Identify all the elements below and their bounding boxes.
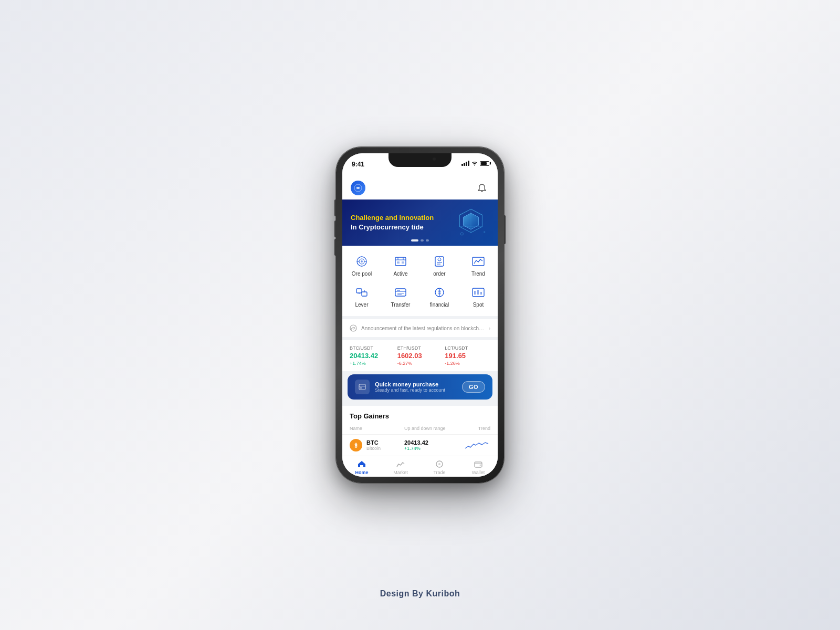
gainers-table-header: Name Up and down range Trend: [342, 423, 498, 435]
price-item-btc[interactable]: BTC/USDT 20413.42 +1.74%: [350, 345, 395, 366]
transfer-label: Transfer: [391, 302, 411, 308]
svg-rect-36: [474, 291, 476, 295]
price-item-eth[interactable]: ETH/USDT 1602.03 -6.27%: [397, 345, 443, 366]
btc-value: 20413.42: [350, 352, 395, 360]
svg-marker-5: [463, 213, 478, 229]
svg-point-6: [460, 233, 463, 235]
gainer-fullname: Bitcoin: [366, 446, 381, 451]
order-icon: [430, 254, 449, 269]
menu-item-spot[interactable]: Spot: [459, 281, 498, 312]
eth-value: 1602.03: [397, 352, 443, 360]
svg-rect-28: [395, 289, 406, 296]
svg-rect-37: [477, 290, 479, 295]
gainer-change: +1.74%: [404, 446, 459, 451]
trend-icon: [469, 254, 488, 269]
banner-dot-3: [426, 239, 429, 242]
trend-label: Trend: [471, 271, 485, 277]
nav-wallet[interactable]: Wallet: [459, 459, 498, 475]
menu-item-financial[interactable]: financial: [420, 281, 459, 312]
gainer-price-col: 20413.42 +1.74%: [404, 439, 459, 451]
banner-title: Challenge and innovation: [351, 213, 434, 223]
banner-text: Challenge and innovation In Cryptocurren…: [351, 213, 434, 232]
go-button[interactable]: GO: [462, 381, 485, 393]
app-content: Challenge and innovation In Cryptocurren…: [342, 176, 498, 477]
svg-rect-30: [397, 290, 400, 291]
svg-rect-41: [359, 384, 365, 390]
top-gainers-header: Top Gainers: [342, 406, 498, 423]
quick-buy-subtitle: Steady and fast, ready to account: [375, 387, 457, 393]
gainer-row-btc[interactable]: ₿ BTC Bitcoin 20413.42 +1.74%: [342, 435, 498, 456]
announcement-bar[interactable]: Announcement of the latest regulations o…: [342, 319, 498, 337]
price-section: BTC/USDT 20413.42 +1.74% ETH/USDT 1602.0…: [342, 340, 498, 371]
app-logo[interactable]: [351, 181, 365, 195]
home-nav-label: Home: [355, 470, 368, 475]
spot-label: Spot: [473, 302, 484, 308]
svg-rect-18: [402, 261, 404, 264]
banner-dots: [411, 239, 429, 242]
col-name: Name: [350, 426, 404, 431]
svg-point-45: [438, 463, 440, 465]
bell-icon[interactable]: [475, 181, 489, 195]
status-bar: 9:41: [342, 153, 498, 176]
svg-rect-24: [356, 289, 362, 293]
menu-item-ore-pool[interactable]: Ore pool: [342, 250, 381, 281]
btc-logo: ₿: [350, 439, 362, 452]
status-icons: [461, 161, 489, 166]
svg-point-47: [480, 465, 481, 466]
quick-buy-text: Quick money purchase Steady and fast, re…: [375, 381, 457, 393]
lever-label: Lever: [355, 302, 368, 308]
gainer-name-col: ₿ BTC Bitcoin: [350, 439, 404, 452]
market-nav-label: Market: [393, 470, 408, 475]
svg-rect-43: [360, 387, 362, 388]
chevron-right-icon: ›: [489, 326, 490, 331]
btc-change: +1.74%: [350, 361, 395, 366]
banner-subtitle: In Cryptocurrency tide: [351, 223, 434, 232]
phone-shell: 9:41: [336, 147, 504, 483]
trade-nav-icon: [434, 459, 445, 469]
lct-change: -1.26%: [445, 361, 490, 366]
active-label: Active: [393, 271, 407, 277]
order-label: order: [433, 271, 445, 277]
market-nav-icon: [395, 459, 406, 469]
svg-rect-13: [395, 257, 406, 266]
menu-grid: Ore pool Active: [342, 246, 498, 316]
svg-rect-38: [480, 292, 482, 295]
lct-value: 191.65: [445, 352, 490, 360]
notch: [388, 153, 452, 167]
nav-trade[interactable]: Trade: [420, 459, 459, 475]
active-icon: [391, 254, 410, 269]
lever-icon: [352, 285, 371, 300]
spot-icon: [469, 285, 488, 300]
banner-dot-1: [411, 239, 418, 242]
col-trend: Trend: [459, 426, 490, 431]
menu-item-order[interactable]: order: [420, 250, 459, 281]
gainer-trend-chart: [459, 439, 490, 452]
menu-item-trend[interactable]: Trend: [459, 250, 498, 281]
eth-pair: ETH/USDT: [397, 345, 443, 351]
banner-dot-2: [421, 239, 424, 242]
transfer-icon: [391, 285, 410, 300]
battery-icon: [480, 161, 489, 166]
svg-rect-25: [362, 292, 367, 296]
eth-change: -6.27%: [397, 361, 443, 366]
footer-credit: Design By Kuriboh: [380, 589, 460, 598]
svg-point-12: [361, 260, 363, 262]
nav-home[interactable]: Home: [342, 459, 381, 475]
svg-point-20: [438, 258, 441, 261]
phone-screen: 9:41: [342, 153, 498, 477]
promo-banner[interactable]: Challenge and innovation In Cryptocurren…: [342, 200, 498, 246]
quick-buy-banner[interactable]: Quick money purchase Steady and fast, re…: [348, 374, 492, 400]
col-range: Up and down range: [404, 426, 459, 431]
menu-item-transfer[interactable]: Transfer: [381, 281, 420, 312]
menu-item-active[interactable]: Active: [381, 250, 420, 281]
gainer-ticker: BTC: [366, 439, 381, 446]
app-header: [342, 176, 498, 200]
gainer-info: BTC Bitcoin: [366, 439, 381, 451]
status-time: 9:41: [352, 161, 364, 168]
menu-item-lever[interactable]: Lever: [342, 281, 381, 312]
banner-graphic: [453, 207, 489, 238]
financial-label: financial: [430, 302, 449, 308]
price-item-lct[interactable]: LCT/USDT 191.65 -1.26%: [445, 345, 490, 366]
svg-point-7: [484, 231, 485, 233]
nav-market[interactable]: Market: [381, 459, 420, 475]
